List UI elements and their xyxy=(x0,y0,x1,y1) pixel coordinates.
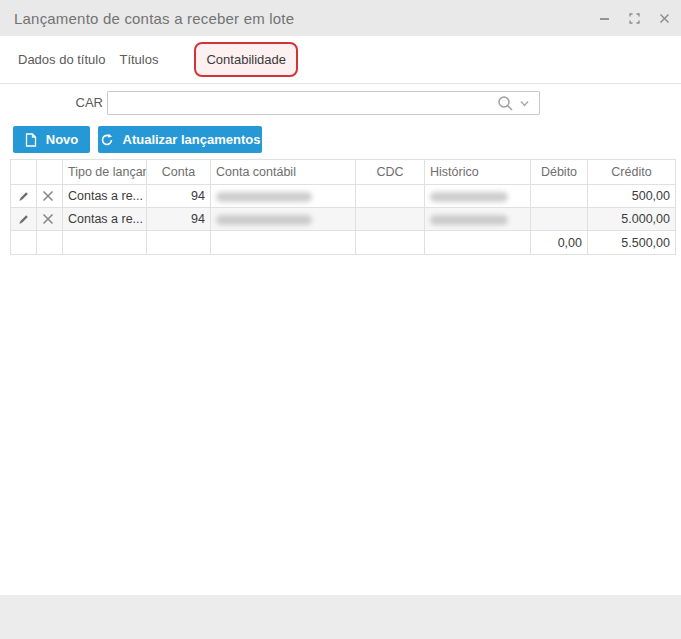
refresh-icon xyxy=(100,133,114,147)
cell-conta-contabil[interactable] xyxy=(211,185,356,208)
cell-conta-contabil[interactable] xyxy=(211,208,356,231)
grid-row: Contas a re...94500,00 xyxy=(11,185,676,208)
tab-contabilidade[interactable]: Contabilidade xyxy=(194,42,298,77)
car-input[interactable] xyxy=(107,91,540,115)
row-edit-cell[interactable] xyxy=(11,185,37,208)
summary-credito: 5.500,00 xyxy=(588,231,676,255)
cell-credito[interactable]: 500,00 xyxy=(588,185,676,208)
car-label: CAR xyxy=(60,95,103,110)
title-bar: Lançamento de contas a receber em lote xyxy=(0,0,681,36)
cell-credito[interactable]: 5.000,00 xyxy=(588,208,676,231)
cell-tipo-lancamento[interactable]: Contas a re... xyxy=(63,185,147,208)
tab-dados-do-titulo[interactable]: Dados do título xyxy=(18,52,105,67)
search-icon[interactable] xyxy=(497,95,514,112)
cell-debito[interactable] xyxy=(531,208,588,231)
cell-historico[interactable] xyxy=(425,185,531,208)
grid-column-header[interactable]: CDC xyxy=(356,160,425,185)
row-delete-cell[interactable] xyxy=(37,185,63,208)
redacted-text xyxy=(216,192,312,202)
tab-titulos[interactable]: Títulos xyxy=(119,52,158,67)
grid-column-header[interactable]: Tipo de lançamento xyxy=(63,160,147,185)
grid-column-header[interactable] xyxy=(37,160,63,185)
redacted-text xyxy=(430,215,508,225)
maximize-icon[interactable] xyxy=(627,11,641,25)
delete-x-icon[interactable] xyxy=(42,190,57,202)
window-title: Lançamento de contas a receber em lote xyxy=(14,10,294,27)
atualizar-button-label: Atualizar lançamentos xyxy=(123,132,261,147)
new-document-icon xyxy=(25,133,37,147)
novo-button[interactable]: Novo xyxy=(13,126,90,153)
window-controls xyxy=(597,0,671,36)
dialog-window: Lançamento de contas a receber em lote D… xyxy=(0,0,681,639)
close-icon[interactable] xyxy=(657,11,671,25)
grid-column-header[interactable]: Conta xyxy=(147,160,211,185)
cell-cdc[interactable] xyxy=(356,185,425,208)
grid-column-header[interactable]: Crédito xyxy=(588,160,676,185)
summary-debito: 0,00 xyxy=(531,231,588,255)
redacted-text xyxy=(430,192,508,202)
cell-debito[interactable] xyxy=(531,185,588,208)
tab-strip: Dados do título Títulos Contabilidade xyxy=(0,36,681,84)
grid-row: Contas a re...945.000,00 xyxy=(11,208,676,231)
chevron-down-icon[interactable] xyxy=(520,100,529,107)
row-edit-cell[interactable] xyxy=(11,208,37,231)
cell-conta[interactable]: 94 xyxy=(147,185,211,208)
car-input-icons xyxy=(497,93,537,113)
cell-historico[interactable] xyxy=(425,208,531,231)
footer-bar: Gerar parcelas Processar Cancelar xyxy=(0,595,681,639)
grid-column-header[interactable]: Débito xyxy=(531,160,588,185)
novo-button-label: Novo xyxy=(46,132,79,147)
atualizar-lancamentos-button[interactable]: Atualizar lançamentos xyxy=(98,126,262,153)
grid-column-header[interactable] xyxy=(11,160,37,185)
cell-cdc[interactable] xyxy=(356,208,425,231)
row-delete-cell[interactable] xyxy=(37,208,63,231)
delete-x-icon[interactable] xyxy=(42,213,57,225)
minimize-icon[interactable] xyxy=(597,11,611,25)
edit-pencil-icon[interactable] xyxy=(16,189,31,203)
cell-tipo-lancamento[interactable]: Contas a re... xyxy=(63,208,147,231)
grid-column-header[interactable]: Histórico xyxy=(425,160,531,185)
edit-pencil-icon[interactable] xyxy=(16,212,31,226)
grid-summary-row: 0,00 5.500,00 xyxy=(11,231,676,255)
redacted-text xyxy=(216,215,312,225)
lancamentos-grid: Tipo de lançamentoContaConta contábilCDC… xyxy=(10,159,675,255)
cell-conta[interactable]: 94 xyxy=(147,208,211,231)
grid-column-header[interactable]: Conta contábil xyxy=(211,160,356,185)
grid-header-row: Tipo de lançamentoContaConta contábilCDC… xyxy=(11,160,676,185)
